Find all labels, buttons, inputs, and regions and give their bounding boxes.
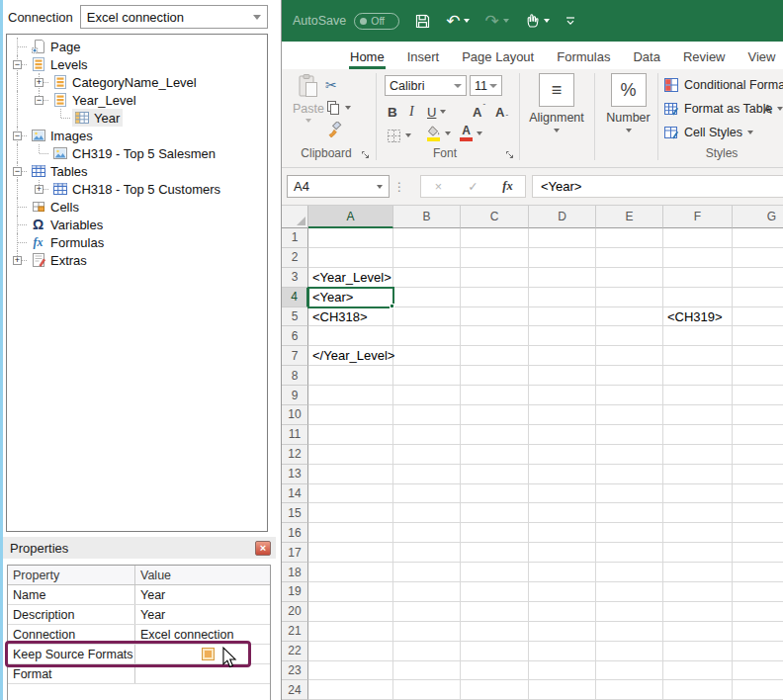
cell-G3[interactable] — [733, 268, 783, 288]
underline-button[interactable]: U — [427, 102, 446, 122]
name-box[interactable]: A4 — [287, 175, 390, 198]
cell-D24[interactable] — [529, 680, 596, 700]
tab-page-layout[interactable]: Page Layout — [461, 44, 535, 69]
row-header-14[interactable]: 14 — [282, 484, 308, 504]
cell-F24[interactable] — [663, 680, 733, 700]
cell-E7[interactable] — [596, 346, 663, 366]
tree-expander-minus[interactable]: − — [13, 60, 22, 69]
cell-A18[interactable] — [308, 563, 393, 582]
cell-G2[interactable] — [733, 248, 783, 268]
cell-A16[interactable] — [308, 523, 393, 543]
cell-F7[interactable] — [663, 346, 733, 366]
tab-data[interactable]: Data — [632, 44, 660, 69]
cell-B24[interactable] — [393, 680, 461, 700]
row-header-24[interactable]: 24 — [282, 680, 308, 700]
cell-G8[interactable] — [733, 366, 783, 386]
cell-F15[interactable] — [663, 503, 733, 523]
cell-C18[interactable] — [461, 563, 529, 582]
cell-E12[interactable] — [596, 445, 663, 465]
cut-button[interactable]: ✂ — [325, 77, 337, 93]
cell-G24[interactable] — [733, 680, 783, 700]
cell-A12[interactable] — [308, 445, 393, 465]
cell-C11[interactable] — [461, 425, 529, 445]
cell-G15[interactable] — [733, 503, 783, 523]
cell-B5[interactable] — [393, 307, 461, 327]
cell-F9[interactable] — [663, 386, 733, 405]
tree-item-levels[interactable]: −Levels — [7, 55, 267, 73]
clipboard-dialog-launcher[interactable] — [361, 149, 371, 163]
cell-E22[interactable] — [596, 642, 663, 661]
tree-expander-minus[interactable]: − — [13, 131, 22, 140]
cell-D8[interactable] — [529, 366, 596, 386]
cell-E11[interactable] — [596, 425, 663, 445]
cell-C6[interactable] — [461, 326, 529, 346]
cell-B19[interactable] — [393, 582, 461, 602]
tab-formulas[interactable]: Formulas — [556, 44, 611, 69]
italic-button[interactable]: I — [409, 102, 414, 122]
cell-C20[interactable] — [461, 602, 529, 622]
decrease-font-button[interactable]: Aˇ — [495, 102, 508, 122]
tree-item-ch318-top-5-customers[interactable]: +CH318 - Top 5 Customers — [7, 180, 267, 198]
touch-mode-button[interactable] — [524, 13, 550, 29]
row-header-4[interactable]: 4 — [282, 288, 308, 307]
cell-E8[interactable] — [596, 366, 663, 386]
cell-C2[interactable] — [461, 248, 529, 268]
cell-B17[interactable] — [393, 543, 461, 563]
tab-review[interactable]: Review — [682, 44, 727, 69]
cell-D10[interactable] — [529, 405, 596, 425]
cell-A19[interactable] — [308, 582, 393, 602]
cell-G13[interactable] — [733, 465, 783, 484]
cell-E15[interactable] — [596, 503, 663, 523]
cell-D19[interactable] — [529, 582, 596, 602]
cell-D11[interactable] — [529, 425, 596, 445]
cell-B1[interactable] — [393, 228, 461, 248]
property-row-connection[interactable]: ConnectionExcel connection — [8, 625, 270, 645]
cell-F18[interactable] — [663, 563, 733, 582]
cell-F17[interactable] — [663, 543, 733, 563]
cell-styles-button[interactable]: Cell Styles — [662, 125, 753, 140]
tree-expander-plus[interactable]: + — [13, 256, 22, 265]
row-header-11[interactable]: 11 — [282, 425, 308, 445]
conditional-formatting-button[interactable]: Conditional Formatting — [662, 77, 783, 93]
cell-F11[interactable] — [663, 425, 733, 445]
cell-E3[interactable] — [596, 268, 663, 288]
row-header-13[interactable]: 13 — [282, 465, 308, 484]
enter-icon[interactable]: ✓ — [456, 176, 490, 197]
tree-item-year[interactable]: Year — [7, 109, 267, 127]
cell-E24[interactable] — [596, 680, 663, 700]
cell-C24[interactable] — [461, 680, 529, 700]
cell-G11[interactable] — [733, 425, 783, 445]
cell-G12[interactable] — [733, 445, 783, 465]
cell-A8[interactable] — [308, 366, 393, 386]
column-header-G[interactable]: G — [733, 206, 783, 228]
tree-item-extras[interactable]: +Extras — [7, 251, 267, 269]
undo-button[interactable]: ↶ — [446, 13, 470, 30]
cell-A13[interactable] — [308, 465, 393, 484]
cell-A17[interactable] — [308, 543, 393, 563]
cell-C19[interactable] — [461, 582, 529, 602]
cell-E21[interactable] — [596, 622, 663, 642]
cell-D13[interactable] — [529, 465, 596, 484]
row-header-16[interactable]: 16 — [282, 523, 308, 543]
cell-F2[interactable] — [663, 248, 733, 268]
cell-G9[interactable] — [733, 386, 783, 405]
customize-qat-button[interactable] — [565, 15, 576, 27]
cell-B13[interactable] — [393, 465, 461, 484]
cell-D16[interactable] — [529, 523, 596, 543]
cell-B12[interactable] — [393, 445, 461, 465]
cell-C7[interactable] — [461, 346, 529, 366]
cell-E1[interactable] — [596, 228, 663, 248]
borders-button[interactable] — [387, 126, 411, 145]
format-painter-button[interactable] — [326, 122, 342, 137]
cell-C12[interactable] — [461, 445, 529, 465]
insert-function-icon[interactable]: fx — [490, 176, 525, 197]
cell-A7[interactable]: </Year_Level> — [308, 346, 393, 366]
cell-F20[interactable] — [663, 602, 733, 622]
column-header-E[interactable]: E — [596, 206, 663, 228]
cell-E20[interactable] — [596, 602, 663, 622]
cell-C9[interactable] — [461, 386, 529, 405]
cell-A15[interactable] — [308, 503, 393, 523]
property-row-description[interactable]: DescriptionYear — [8, 605, 270, 625]
cell-C10[interactable] — [461, 405, 529, 425]
cell-G21[interactable] — [733, 622, 783, 642]
